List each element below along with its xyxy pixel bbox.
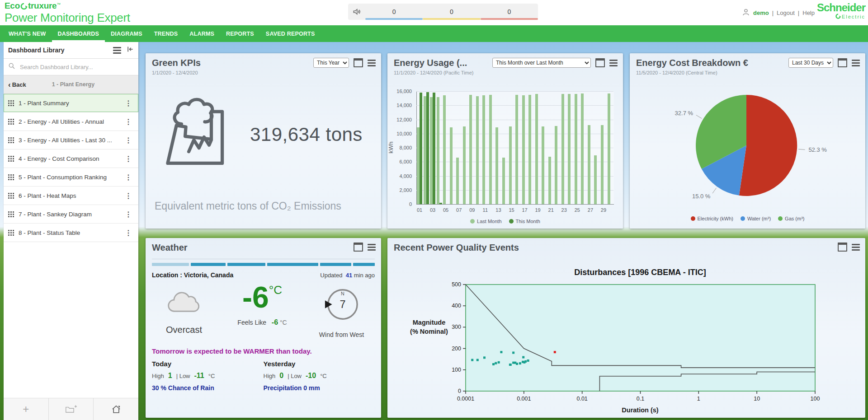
nav-item-alarms[interactable]: ALARMS: [184, 25, 220, 42]
dashboard-list-item[interactable]: 2 - Energy - All Utilities - Annual ⋮: [4, 112, 138, 131]
period-select[interactable]: This Year: [313, 58, 349, 68]
event-point[interactable]: [476, 359, 479, 361]
dashboard-list-item[interactable]: 8 - Plant - Status Table ⋮: [4, 224, 138, 242]
item-options-icon[interactable]: ⋮: [123, 154, 134, 163]
bar-legend: Last MonthThis Month: [387, 219, 623, 224]
item-options-icon[interactable]: ⋮: [123, 210, 134, 219]
nav-item-saved-reports[interactable]: SAVED REPORTS: [260, 25, 321, 42]
y-axis-title: kWh: [387, 142, 394, 154]
logout-link[interactable]: Logout: [777, 9, 795, 16]
panel-menu-icon[interactable]: [852, 60, 860, 66]
sidebar-menu-icon[interactable]: [113, 47, 121, 54]
dashboard-list-item[interactable]: 3 - Energy - All Utilities - Last 30 ...…: [4, 131, 138, 149]
panel-menu-icon[interactable]: [368, 60, 376, 66]
x-tick-label: 25: [572, 207, 583, 213]
event-point[interactable]: [527, 359, 529, 362]
pie-slice-label: 52.3 %: [808, 146, 827, 153]
separator: |: [772, 9, 774, 16]
y-tick-label: 2,000: [390, 187, 412, 193]
alarm-summary-widget[interactable]: 000: [348, 4, 538, 20]
x-tick-label: 1: [697, 396, 700, 402]
maximize-icon[interactable]: [354, 243, 363, 252]
dashboard-list-item[interactable]: 6 - Plant - Heat Maps ⋮: [4, 187, 138, 205]
bar-last-month: [581, 93, 584, 204]
gridline: [416, 190, 613, 191]
panel-menu-icon[interactable]: [368, 244, 376, 251]
pie-slice[interactable]: [739, 95, 797, 196]
event-point[interactable]: [524, 360, 527, 363]
legend-label: Water (m³): [747, 216, 771, 221]
nav-item-reports[interactable]: REPORTS: [220, 25, 260, 42]
item-options-icon[interactable]: ⋮: [123, 136, 134, 145]
event-point[interactable]: [492, 363, 495, 365]
back-button[interactable]: ‹ Back: [8, 81, 26, 89]
item-options-icon[interactable]: ⋮: [123, 173, 134, 182]
dashboard-list-item[interactable]: 4 - Energy - Cost Comparison ⋮: [4, 149, 138, 168]
legend-dot: [470, 219, 475, 224]
period-select[interactable]: Last 30 Days: [788, 58, 833, 68]
speaker-icon[interactable]: [348, 4, 365, 20]
event-point[interactable]: [522, 356, 524, 359]
event-point[interactable]: [498, 361, 500, 364]
weather-segment: [191, 263, 226, 266]
nav-item-what-s-new[interactable]: WHAT'S NEW: [3, 25, 52, 42]
event-point[interactable]: [495, 362, 497, 364]
pie-slice-label: 32.7 %: [675, 110, 693, 117]
add-dashboard-button[interactable]: +: [4, 398, 49, 420]
search-input[interactable]: [19, 63, 134, 71]
plus-icon: +: [23, 403, 29, 415]
item-options-icon[interactable]: ⋮: [123, 99, 134, 107]
bar-last-month: [443, 95, 446, 204]
item-options-icon[interactable]: ⋮: [123, 191, 134, 200]
maximize-icon[interactable]: [838, 58, 847, 67]
event-point[interactable]: [519, 362, 521, 364]
nav-item-dashboards[interactable]: DASHBOARDS: [52, 25, 105, 42]
x-tick-label: 0.01: [576, 396, 587, 402]
logo-text-eco: Eco: [5, 1, 20, 10]
ecostruxure-logo: Ecotruxure™ Power Monitoring Expert: [5, 1, 130, 24]
alarm-count-0: 0: [365, 4, 423, 20]
bar-last-month: [601, 125, 604, 204]
dashboard-item-label: 1 - Plant Summary: [19, 100, 123, 107]
y-tick-label: 16,000: [390, 89, 412, 94]
event-point[interactable]: [471, 359, 473, 361]
x-tick-label: 0.0001: [457, 396, 474, 402]
event-point[interactable]: [554, 351, 556, 353]
item-options-icon[interactable]: ⋮: [123, 117, 134, 126]
event-point[interactable]: [500, 351, 502, 353]
nav-item-trends[interactable]: TRENDS: [148, 25, 184, 42]
item-options-icon[interactable]: ⋮: [123, 229, 134, 237]
bar-last-month: [608, 93, 610, 204]
x-tick-label: 0.001: [517, 396, 531, 402]
legend-label: This Month: [516, 219, 540, 224]
grid-icon: [8, 211, 14, 217]
event-point[interactable]: [512, 352, 514, 354]
maximize-icon[interactable]: [354, 58, 363, 67]
weather-location: Location : Victoria, Canada: [152, 271, 320, 279]
add-folder-button[interactable]: [49, 398, 94, 420]
bar-last-month: [568, 94, 571, 204]
pie-slice-label: 15.0 %: [692, 193, 711, 200]
help-link[interactable]: Help: [802, 9, 815, 16]
x-tick-label: 0.1: [637, 396, 644, 402]
home-icon: [111, 405, 121, 414]
dashboard-list-item[interactable]: 1 - Plant Summary ⋮: [4, 94, 138, 112]
legend-item: Gas (m³): [778, 216, 804, 221]
bar-last-month: [515, 95, 518, 204]
dashboard-list-item[interactable]: 5 - Plant - Consumption Ranking ⋮: [4, 168, 138, 187]
energy-cost-pie-chart: 52.3 %15.0 %32.7 %: [630, 82, 865, 218]
disturbances-itic-chart: Disturbances [1996 CBEMA - ITIC] Magnitu…: [387, 238, 865, 418]
collapse-sidebar-icon[interactable]: [127, 46, 134, 55]
event-point[interactable]: [516, 363, 518, 365]
dashboard-list-item[interactable]: 7 - Plant - Sankey Diagram ⋮: [4, 205, 138, 224]
event-point[interactable]: [483, 356, 486, 359]
gridline: [416, 91, 613, 92]
bar-last-month: [437, 97, 439, 205]
x-tick-label: 17: [519, 207, 530, 213]
event-point[interactable]: [509, 364, 512, 366]
nav-item-diagrams[interactable]: DIAGRAMS: [105, 25, 148, 42]
home-button[interactable]: [94, 398, 138, 420]
username[interactable]: demo: [753, 9, 769, 16]
sidebar-search[interactable]: [4, 59, 138, 75]
bar-last-month: [450, 127, 453, 204]
